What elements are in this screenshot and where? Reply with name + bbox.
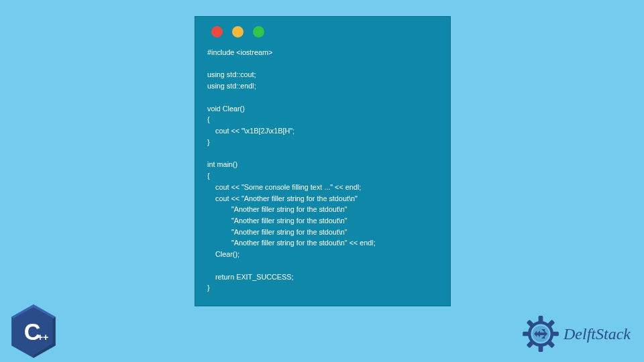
window-minimize-dot <box>232 26 244 38</box>
svg-rect-7 <box>553 332 559 337</box>
svg-rect-11 <box>523 332 529 337</box>
svg-rect-5 <box>539 316 543 322</box>
traffic-lights <box>207 26 438 38</box>
svg-rect-9 <box>539 346 543 352</box>
delftstack-branding: DelftStack <box>522 315 631 353</box>
window-maximize-dot <box>253 26 264 38</box>
delftstack-label: DelftStack <box>564 325 631 343</box>
code-window: #include <iostream> using std::cout; usi… <box>195 16 451 306</box>
svg-rect-14 <box>535 333 546 335</box>
code-block: #include <iostream> using std::cout; usi… <box>207 47 438 294</box>
cpp-logo: C ++ <box>9 304 58 358</box>
delftstack-logo-icon <box>522 315 559 353</box>
cpp-plus-plus: ++ <box>38 332 49 343</box>
window-close-dot <box>211 26 223 38</box>
